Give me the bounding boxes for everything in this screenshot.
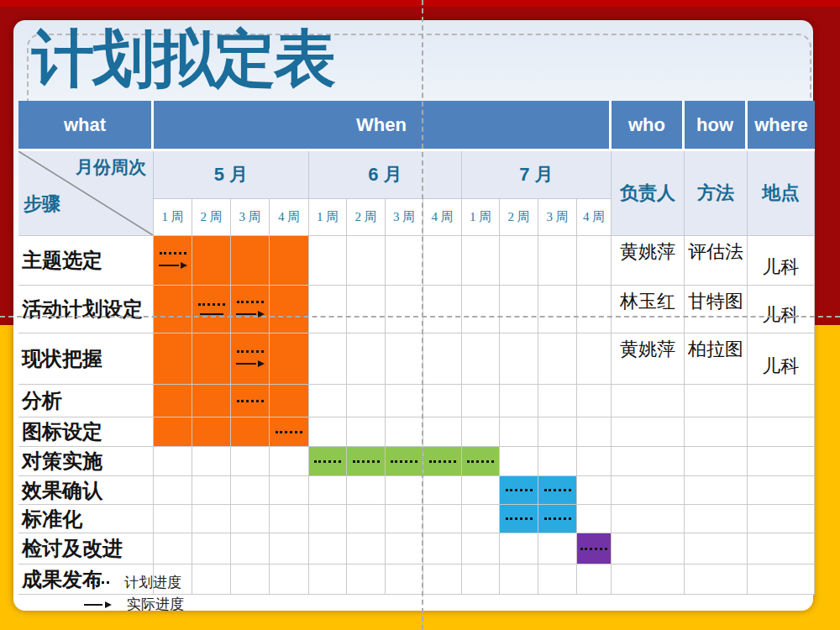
actual-arrow-icon — [84, 601, 112, 608]
who-value-5 — [612, 417, 685, 447]
gantt-cell-r2-w3 — [231, 286, 270, 333]
week-header-m3w2: 2 周 — [500, 199, 538, 236]
planned-progress-dots — [276, 431, 302, 433]
how-value-10 — [685, 564, 748, 595]
where-value-10 — [748, 564, 815, 595]
gantt-cell-r3-w1 — [154, 333, 192, 385]
who-value-4 — [612, 385, 685, 417]
gantt-cell-r2-w10 — [500, 286, 538, 333]
where-value-7 — [748, 476, 815, 505]
sub-header-label: 地点 — [763, 181, 800, 206]
gantt-cell-r5-w2 — [192, 417, 231, 447]
gantt-cell-r5-w4 — [270, 417, 309, 447]
legend-actual-label: 实际进度 — [127, 595, 184, 614]
gantt-cell-r1-w9 — [462, 236, 500, 286]
gantt-cell-r3-w6 — [347, 333, 386, 385]
row-label-7: 效果确认 — [18, 476, 154, 505]
sub-header-how: 方法 — [685, 151, 748, 236]
who-value-1: 黄姚萍 — [612, 236, 685, 286]
gantt-cell-r9-w3 — [231, 533, 270, 564]
table-header-when: When — [154, 101, 612, 151]
week-header-m2w4: 4 周 — [423, 199, 462, 236]
gantt-cell-r7-w11 — [538, 476, 577, 505]
gantt-cell-r5-w1 — [154, 417, 192, 447]
where-value-8 — [748, 505, 815, 533]
gantt-cell-r10-w3 — [231, 564, 270, 595]
planned-progress-dots — [580, 548, 607, 550]
gantt-cell-r3-w8 — [423, 333, 462, 385]
legend-planned: 计划进度 — [91, 573, 181, 592]
gantt-cell-r7-w4 — [270, 476, 309, 505]
where-value-1: 儿科 — [748, 236, 815, 286]
who-value-2: 林玉红 — [612, 286, 685, 333]
row-label-8: 标准化 — [18, 505, 154, 533]
row-label-4: 分析 — [18, 385, 154, 417]
gantt-cell-r1-w5 — [309, 236, 347, 286]
gantt-cell-r7-w6 — [347, 476, 386, 505]
gantt-cell-r2-w5 — [309, 286, 347, 333]
row-label-3: 现状把握 — [18, 333, 154, 385]
gantt-cell-r4-w6 — [347, 385, 386, 417]
gantt-cell-r1-w3 — [231, 236, 270, 286]
how-value-9 — [685, 533, 748, 564]
who-value-3: 黄姚萍 — [612, 333, 685, 385]
gantt-cell-r8-w3 — [231, 505, 270, 533]
gantt-cell-r10-w4 — [270, 564, 309, 595]
gantt-cell-r9-w4 — [270, 533, 309, 564]
corner-label-steps: 步骤 — [24, 192, 60, 217]
gantt-cell-r1-w1 — [154, 236, 192, 286]
gantt-cell-r6-w6 — [347, 447, 386, 476]
gantt-cell-r4-w8 — [423, 385, 462, 417]
gantt-cell-r8-w1 — [154, 505, 192, 533]
gantt-cell-r6-w12 — [577, 447, 612, 476]
gantt-cell-r1-w11 — [538, 236, 577, 286]
gantt-cell-r6-w2 — [192, 447, 231, 476]
planned-progress-dots — [198, 303, 225, 306]
gantt-cell-r3-w2 — [192, 333, 231, 385]
gantt-cell-r9-w10 — [500, 533, 538, 564]
slide-title: 计划拟定表 — [32, 20, 334, 98]
gantt-cell-r1-w6 — [347, 236, 386, 286]
gantt-cell-r10-w10 — [500, 564, 538, 595]
sub-header-label: 方法 — [697, 181, 734, 206]
gantt-cell-r3-w12 — [577, 333, 612, 385]
gantt-cell-r2-w8 — [423, 286, 462, 333]
gantt-cell-r5-w12 — [577, 417, 612, 447]
gantt-cell-r8-w8 — [423, 505, 462, 533]
where-value-6 — [748, 447, 815, 476]
gantt-cell-r4-w10 — [500, 385, 538, 417]
gantt-cell-r8-w6 — [347, 505, 386, 533]
gantt-cell-r1-w2 — [192, 236, 231, 286]
week-header-m1w2: 2 周 — [192, 199, 231, 236]
gantt-cell-r8-w5 — [309, 505, 347, 533]
week-header-m2w2: 2 周 — [347, 199, 386, 236]
gantt-cell-r5-w8 — [423, 417, 462, 447]
gantt-cell-r5-w6 — [347, 417, 386, 447]
gantt-cell-r4-w11 — [538, 385, 577, 417]
gantt-cell-r3-w9 — [462, 333, 500, 385]
planned-progress-dots — [237, 400, 264, 402]
week-header-m3w3: 3 周 — [538, 199, 577, 236]
gantt-cell-r3-w10 — [500, 333, 538, 385]
month-label: 5 月 — [214, 162, 248, 187]
actual-progress-arrow — [236, 311, 265, 318]
how-value-7 — [685, 476, 748, 505]
month-label: 7 月 — [519, 162, 553, 187]
planned-progress-dots — [391, 460, 417, 463]
how-value-6 — [685, 447, 748, 476]
planned-progress-dots — [237, 301, 264, 303]
gantt-cell-r7-w3 — [231, 476, 270, 505]
planned-progress-dots — [544, 489, 571, 491]
planning-gantt-table: whatWhenwhohowwhere月份周次步骤5 月1 周2 周3 周4 周… — [18, 101, 815, 595]
gantt-cell-r9-w8 — [423, 533, 462, 564]
week-header-m1w1: 1 周 — [154, 199, 192, 236]
who-value-8 — [612, 505, 685, 533]
table-header-what: what — [18, 101, 154, 151]
who-value-7 — [612, 476, 685, 505]
gantt-cell-r7-w10 — [500, 476, 538, 505]
gantt-cell-r3-w3 — [231, 333, 270, 385]
gantt-cell-r4-w1 — [154, 385, 192, 417]
week-header-m2w3: 3 周 — [386, 199, 423, 236]
planned-progress-dots — [506, 517, 533, 520]
gantt-cell-r7-w7 — [386, 476, 423, 505]
